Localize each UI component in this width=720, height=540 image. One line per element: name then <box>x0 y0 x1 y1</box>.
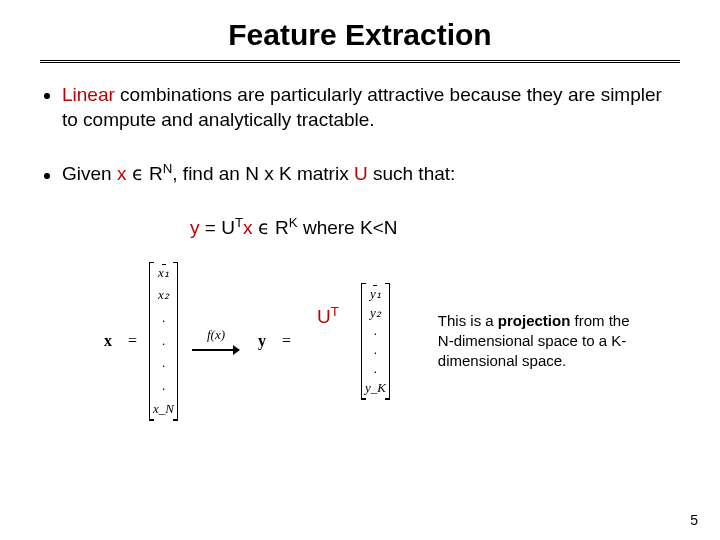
y-entry: y₁ <box>370 285 381 304</box>
x-label: x <box>104 332 112 350</box>
y-entry: y_K <box>365 379 386 398</box>
figure-row: x = x₁ x₂ . . . . x_N f(x) y = UT y₁ <box>100 262 680 421</box>
arrow-icon <box>192 345 240 355</box>
ut-base: U <box>317 306 331 327</box>
bullet-2: Given x ϵ RN, find an N x K matrix U suc… <box>62 160 680 187</box>
bullet-2-supN: N <box>163 161 173 176</box>
page-number: 5 <box>690 512 698 528</box>
eq-sign: = <box>128 332 137 350</box>
y-entry: . <box>374 322 377 341</box>
eq-where: where K<N <box>298 218 398 239</box>
x-entry: x₂ <box>158 286 169 305</box>
x-vector-col: x₁ x₂ . . . . x_N <box>149 262 178 421</box>
bullet-2-end: such that: <box>368 164 456 185</box>
y-vector-col: y₁ y₂ . . . y_K <box>361 283 390 400</box>
eq-supK: K <box>289 215 298 230</box>
eq-x: x <box>243 218 253 239</box>
y-label: y <box>258 332 266 350</box>
slide: Feature Extraction Linear combinations a… <box>0 0 720 540</box>
bullet-list: Linear combinations are particularly att… <box>40 83 680 187</box>
transform-arrow: f(x) <box>192 327 240 355</box>
bullet-1-linear: Linear <box>62 84 115 105</box>
caption-proj: projection <box>498 312 571 329</box>
ut-sup: T <box>331 304 339 319</box>
bullet-2-pre: Given <box>62 164 117 185</box>
x-vector: x₁ x₂ . . . . x_N <box>149 262 178 421</box>
bullet-2-mid1: ϵ R <box>126 164 162 185</box>
x-entry: . <box>162 309 165 328</box>
title-rule <box>40 60 680 63</box>
x-entry: . <box>162 332 165 351</box>
ut-label: UT <box>317 304 339 328</box>
bullet-1: Linear combinations are particularly att… <box>62 83 680 132</box>
y-entry: . <box>374 341 377 360</box>
eq-sp: ϵ R <box>253 218 289 239</box>
bullet-1-rest: combinations are particularly attractive… <box>62 84 662 130</box>
eq-y: y <box>190 218 200 239</box>
x-entry: . <box>162 354 165 373</box>
eq-supT: T <box>235 215 243 230</box>
x-entry: x_N <box>153 400 174 419</box>
slide-title: Feature Extraction <box>40 18 680 52</box>
fx-label: f(x) <box>207 327 225 343</box>
bullet-2-U: U <box>354 164 368 185</box>
eq-eq: = U <box>200 218 235 239</box>
bullet-2-mid2: , find an N x K matrix <box>172 164 354 185</box>
x-entry: x₁ <box>158 264 169 283</box>
y-entry: . <box>374 360 377 379</box>
bullet-2-x: x <box>117 164 127 185</box>
x-entry: . <box>162 377 165 396</box>
y-entry: y₂ <box>370 304 381 323</box>
y-vector: y₁ y₂ . . . y_K <box>361 283 390 400</box>
equation: y = UTx ϵ RK where K<N <box>190 215 680 239</box>
caption-pre: This is a <box>438 312 498 329</box>
eq-sign-2: = <box>282 332 291 350</box>
caption: This is a projection from the N-dimensio… <box>438 311 648 372</box>
